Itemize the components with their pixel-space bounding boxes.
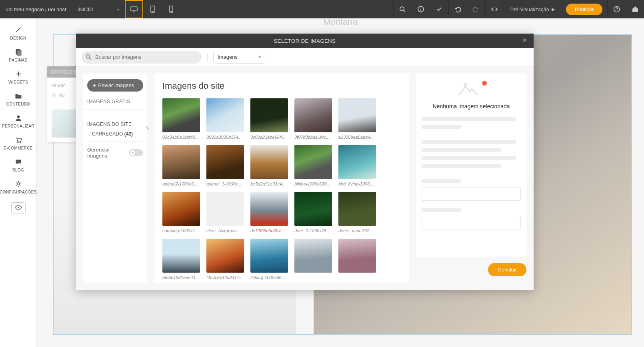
preview-button[interactable]: Pré-Visualização ▶ — [504, 0, 561, 18]
sidebar-item-ecommerce[interactable]: E-COMMERCE — [0, 132, 37, 154]
thumbnail-image[interactable] — [338, 98, 376, 132]
image-thumbnail[interactable]: 3c00a23ebe664... — [250, 98, 288, 140]
info-button[interactable] — [412, 0, 430, 18]
sidebar-item-widgets[interactable]: WIDGETS — [0, 66, 37, 88]
image-thumbnail[interactable]: e6fab1991ae544... — [162, 239, 200, 280]
gear-icon — [15, 180, 22, 187]
sidebar-item-settings[interactable]: CONFIGURAÇÕES — [0, 176, 37, 198]
top-toolbar: uol meu negócio | uol host INICIO ▾ Pré-… — [0, 0, 644, 18]
image-thumbnail[interactable]: deer_2-1000x75... — [294, 192, 332, 233]
sidebar-item-design[interactable]: DESIGN — [0, 22, 37, 44]
thumbnail-label: a1336bea5aab4... — [338, 135, 376, 140]
search-input[interactable] — [82, 51, 202, 64]
upload-images-button[interactable]: + Enviar imagens — [87, 79, 143, 92]
thumbnail-image[interactable] — [294, 192, 332, 226]
image-thumbnail[interactable]: 3f07d0bbde1f4c... — [294, 98, 332, 140]
media-type-label: Imagens — [218, 54, 238, 60]
check-icon — [436, 6, 443, 13]
thumbnail-image[interactable] — [250, 145, 288, 179]
thumbnail-image[interactable] — [162, 145, 200, 179]
image-thumbnail[interactable]: 0991a3835d354... — [206, 98, 244, 140]
image-thumbnail[interactable]: dc1f966bbd4b4... — [250, 192, 288, 233]
pencil-icon[interactable]: ✎ — [146, 126, 150, 131]
image-thumbnail[interactable]: animal2-1000x6... — [162, 145, 200, 186]
thumbnail-image[interactable] — [206, 145, 244, 179]
sidebar-item-personalize[interactable]: PERSONALIZAR — [0, 110, 37, 132]
thumbnail-image[interactable] — [206, 239, 244, 273]
home-button[interactable] — [626, 0, 644, 18]
device-mobile-button[interactable] — [162, 0, 180, 18]
sidebar-item-content[interactable]: CONTEÚDO — [0, 88, 37, 110]
media-type-dropdown[interactable]: Imagens ▾ — [213, 51, 265, 64]
check-button[interactable] — [430, 0, 448, 18]
uploaded-filter[interactable]: CARREGADO (42) — [87, 131, 143, 137]
image-thumbnail[interactable]: animal_1-1000x... — [206, 145, 244, 186]
thumbnail-image[interactable] — [338, 239, 376, 273]
help-icon — [613, 6, 620, 13]
modal-title: SELETOR DE IMAGENS — [274, 38, 336, 44]
skeleton-placeholder — [422, 117, 521, 237]
thumbnail-label: animal_1-1000x... — [206, 181, 244, 186]
folder-icon — [15, 92, 22, 100]
person-icon — [15, 114, 22, 122]
thumbnail-image[interactable] — [162, 98, 200, 132]
thumbnail-image[interactable] — [206, 98, 244, 132]
thumbnail-label: 0991a3835d354... — [206, 135, 244, 140]
image-thumbnail[interactable] — [338, 239, 376, 280]
free-images-section[interactable]: IMAGENS GRÁTIS — [87, 99, 143, 104]
image-thumbnail[interactable]: clear_bakgroun... — [206, 192, 244, 233]
page-selector-dropdown[interactable]: INICIO ▾ — [72, 0, 125, 18]
thumbnail-image[interactable] — [162, 239, 200, 273]
left-sidebar: DESIGN PÁGINAS WIDGETS CONTEÚDO PERSONAL… — [0, 18, 37, 347]
undo-button[interactable] — [448, 0, 467, 18]
preview-eye-button[interactable] — [11, 202, 26, 213]
thumbnail-image[interactable] — [250, 98, 288, 132]
image-thumbnail[interactable]: bird_flying-1000... — [338, 145, 376, 186]
thumbnail-image[interactable] — [294, 239, 332, 273]
help-button[interactable] — [607, 0, 626, 18]
thumbnail-image[interactable] — [206, 192, 244, 226]
thumbnail-label: fishing-1000x66... — [250, 275, 288, 280]
svg-rect-0 — [131, 7, 137, 11]
image-thumbnail[interactable]: f457ce512c0d44... — [206, 239, 244, 280]
tablet-icon — [149, 5, 157, 13]
image-thumbnail[interactable]: deers_park-192... — [338, 192, 376, 233]
pages-icon — [15, 48, 22, 56]
empty-state-text: Nenhuma imagem selecionada — [433, 103, 510, 110]
thumbnail-image[interactable] — [294, 98, 332, 132]
device-desktop-button[interactable] — [125, 0, 143, 18]
image-thumbnail[interactable]: fishing-1000x66... — [250, 239, 288, 280]
chevron-down-icon: ▾ — [117, 7, 119, 12]
thumbnail-image[interactable] — [294, 145, 332, 179]
image-thumbnail[interactable]: be5d2a91e93e4... — [250, 145, 288, 186]
modal-close-button[interactable]: ✕ — [522, 37, 530, 44]
image-thumbnail[interactable]: a1336bea5aab4... — [338, 98, 376, 140]
play-icon: ▶ — [552, 7, 555, 12]
image-thumbnail[interactable]: camping-1000x1... — [162, 192, 200, 233]
thumbnail-image[interactable] — [250, 192, 288, 226]
thumbnail-label: deers_park-192... — [338, 228, 376, 233]
manage-images-toggle[interactable] — [129, 149, 143, 156]
thumbnail-image[interactable] — [250, 239, 288, 273]
sidebar-item-blog[interactable]: BLOG — [0, 154, 37, 176]
code-button[interactable] — [485, 0, 504, 18]
device-switcher — [125, 0, 180, 18]
grid-title: Imagens do site — [162, 81, 401, 91]
redo-button[interactable] — [467, 0, 485, 18]
image-thumbnail[interactable] — [294, 239, 332, 280]
site-images-section[interactable]: IMAGENS DO SITE — [87, 122, 143, 127]
search-button[interactable] — [393, 0, 412, 18]
sidebar-item-pages[interactable]: PÁGINAS — [0, 44, 37, 66]
thumbnail-image[interactable] — [162, 192, 200, 226]
thumbnail-image[interactable] — [338, 145, 376, 179]
image-thumbnail[interactable]: biking-1000x630... — [294, 145, 332, 186]
thumbnail-label: biking-1000x630... — [294, 181, 332, 186]
device-tablet-button[interactable] — [143, 0, 162, 18]
publish-button[interactable]: Publicar — [566, 4, 602, 15]
finish-button[interactable]: Concluir — [488, 263, 526, 276]
home-icon — [632, 6, 639, 13]
cart-icon — [15, 136, 22, 144]
thumbnail-label: deer_2-1000x75... — [294, 228, 332, 233]
image-thumbnail[interactable]: 03c34b0b1abf40... — [162, 98, 200, 140]
thumbnail-image[interactable] — [338, 192, 376, 226]
